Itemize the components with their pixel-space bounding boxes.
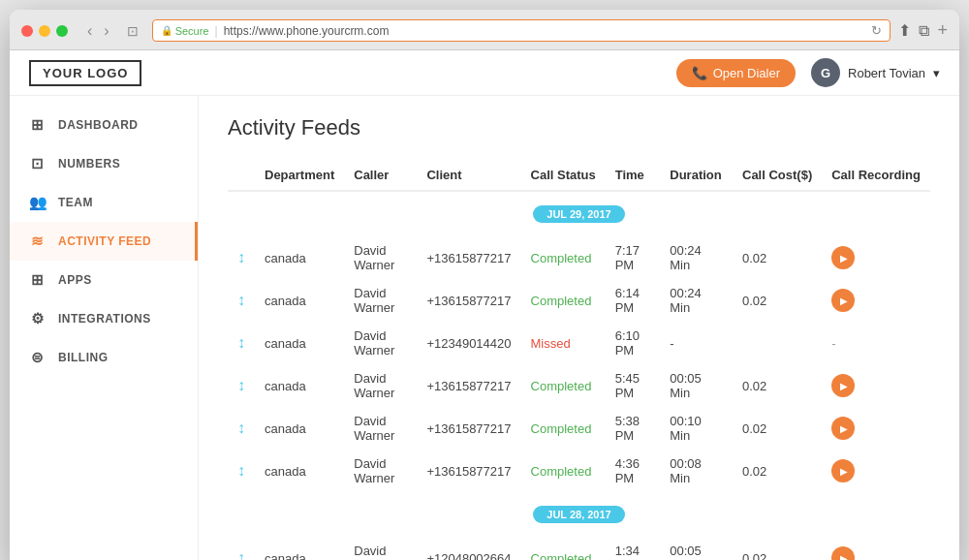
call-type-icon: ↕ <box>228 236 255 279</box>
call-type-icon: ↕ <box>228 450 255 492</box>
call-type-icon: ↕ <box>228 364 255 407</box>
add-tab-button[interactable]: + <box>937 20 948 41</box>
page-content: Activity Feeds Department Caller Client … <box>199 96 959 560</box>
maximize-button[interactable] <box>56 25 68 37</box>
cell-duration: 00:24 Min <box>660 279 733 322</box>
team-icon: 👥 <box>29 194 47 211</box>
cell-cost: 0.02 <box>733 364 822 407</box>
cell-recording: - <box>822 322 930 364</box>
sidebar-item-team[interactable]: 👥 TEAM <box>10 183 198 222</box>
cell-cost <box>733 322 822 364</box>
col-duration: Duration <box>660 160 733 191</box>
call-type-icon: ↕ <box>228 407 255 450</box>
call-type-icon: ↕ <box>228 279 255 322</box>
back-button[interactable]: ‹ <box>83 20 96 42</box>
sidebar-item-numbers[interactable]: ⊡ NUMBERS <box>10 144 198 183</box>
close-button[interactable] <box>21 25 33 37</box>
cell-caller: David Warner <box>344 279 417 322</box>
cell-status: Completed <box>521 537 606 560</box>
table-body: JUL 29, 2017 ↕ canada David Warner +1361… <box>228 191 930 560</box>
cell-time: 1:34 AM <box>606 537 661 560</box>
forward-button[interactable]: › <box>100 20 112 42</box>
open-dialer-label: Open Dialer <box>713 66 780 80</box>
cell-client: +13615877217 <box>417 236 520 279</box>
play-recording-button[interactable] <box>831 546 855 560</box>
refresh-button[interactable]: ↻ <box>871 23 882 38</box>
col-cost: Call Cost($) <box>733 160 822 191</box>
date-separator-row: JUL 28, 2017 <box>228 492 930 537</box>
cell-duration: 00:24 Min <box>660 236 733 279</box>
cell-time: 4:36 PM <box>606 450 661 492</box>
col-icon <box>228 160 255 191</box>
cell-caller: David Warner <box>344 537 417 560</box>
dashboard-icon: ⊞ <box>29 116 47 134</box>
cell-status: Completed <box>521 236 606 279</box>
apps-icon: ⊞ <box>29 271 47 289</box>
sidebar-item-dashboard[interactable]: ⊞ DASHBOARD <box>10 106 198 144</box>
cell-cost: 0.02 <box>733 236 822 279</box>
user-menu[interactable]: G Robert Tovian ▾ <box>811 58 940 87</box>
cell-status: Missed <box>521 322 606 364</box>
address-bar[interactable]: 🔒 Secure | https://www.phone.yourcrm.com… <box>152 19 891 42</box>
cell-caller: David Warner <box>344 364 417 407</box>
copy-tab-button[interactable]: ⧉ <box>919 22 929 40</box>
sidebar-item-apps[interactable]: ⊞ APPS <box>10 261 198 299</box>
cell-duration: - <box>660 322 733 364</box>
cell-cost: 0.02 <box>733 407 822 450</box>
minimize-button[interactable] <box>39 25 50 37</box>
cell-status: Completed <box>521 279 606 322</box>
cell-caller: David Warner <box>344 236 417 279</box>
cell-department: canada <box>255 407 344 450</box>
open-dialer-button[interactable]: 📞 Open Dialer <box>676 59 796 87</box>
billing-icon: ⊜ <box>29 349 47 366</box>
sidebar-label-team: TEAM <box>58 196 93 209</box>
table-row: ↕ canada David Warner +13615877217 Compl… <box>228 236 930 279</box>
sidebar-item-integrations[interactable]: ⚙ INTEGRATIONS <box>10 299 198 338</box>
col-recording: Call Recording <box>822 160 930 191</box>
table-row: ↕ canada David Warner +13615877217 Compl… <box>228 450 930 492</box>
cell-time: 5:45 PM <box>606 364 661 407</box>
play-recording-button[interactable] <box>831 289 855 312</box>
avatar: G <box>811 58 840 87</box>
cell-recording <box>822 364 930 407</box>
play-recording-button[interactable] <box>831 374 855 397</box>
cell-duration: 00:10 Min <box>660 407 733 450</box>
cell-time: 5:38 PM <box>606 407 661 450</box>
cell-time: 7:17 PM <box>606 236 661 279</box>
cell-department: canada <box>255 537 344 560</box>
cell-cost: 0.02 <box>733 537 822 560</box>
col-department: Department <box>255 160 344 191</box>
play-recording-button[interactable] <box>831 459 855 482</box>
tab-view-button[interactable]: ⊡ <box>121 21 144 41</box>
cell-time: 6:14 PM <box>606 279 661 322</box>
cell-duration: 00:08 Min <box>660 450 733 492</box>
cell-client: +12048002664 <box>417 537 520 560</box>
sidebar-item-billing[interactable]: ⊜ BILLING <box>10 338 198 377</box>
cell-recording <box>822 279 930 322</box>
traffic-lights <box>21 25 68 37</box>
cell-time: 6:10 PM <box>606 322 661 364</box>
sidebar-label-billing: BILLING <box>58 351 109 364</box>
sidebar-item-activity-feed[interactable]: ≋ ACTIVITY FEED <box>10 222 198 261</box>
cell-status: Completed <box>521 450 606 492</box>
cell-client: +13615877217 <box>417 364 520 407</box>
share-button[interactable]: ⬆ <box>898 21 911 40</box>
sidebar-label-apps: APPS <box>58 273 92 287</box>
date-separator-row: JUL 29, 2017 <box>228 191 930 236</box>
table-row: ↕ canada David Warner +13615877217 Compl… <box>228 364 930 407</box>
call-type-icon: ↕ <box>228 322 255 364</box>
play-recording-button[interactable] <box>831 246 855 269</box>
lock-icon: 🔒 <box>161 25 172 36</box>
secure-label: Secure <box>175 25 209 37</box>
col-caller: Caller <box>344 160 417 191</box>
cell-client: +12349014420 <box>417 322 520 364</box>
table-row: ↕ canada David Warner +13615877217 Compl… <box>228 279 930 322</box>
cell-client: +13615877217 <box>417 407 520 450</box>
sidebar-label-dashboard: DASHBOARD <box>58 118 139 132</box>
url-text: https://www.phone.yourcrm.com <box>224 24 390 38</box>
play-recording-button[interactable] <box>831 417 855 440</box>
col-time: Time <box>606 160 661 191</box>
no-recording: - <box>831 336 835 351</box>
cell-recording <box>822 537 930 560</box>
sidebar-label-activity-feed: ACTIVITY FEED <box>58 234 151 248</box>
